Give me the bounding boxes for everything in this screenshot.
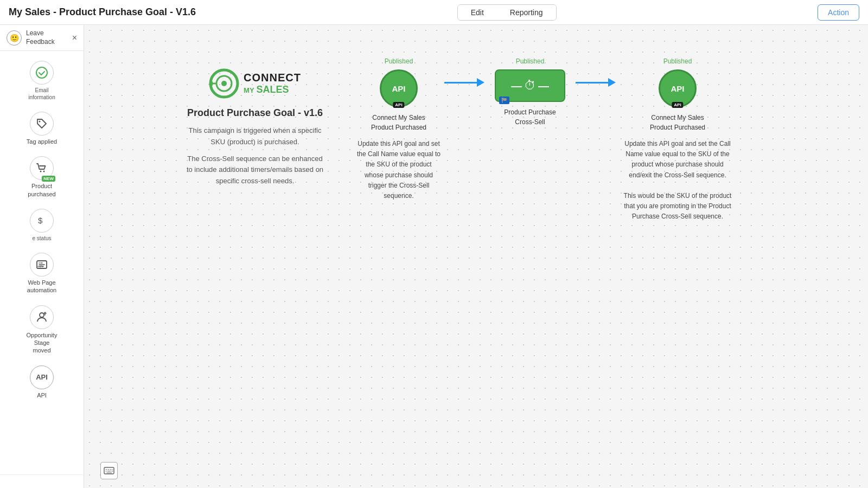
svg-point-0 xyxy=(36,67,47,78)
node1-status: Published xyxy=(385,57,413,65)
tag-icon xyxy=(30,112,54,136)
email-check-icon xyxy=(30,61,54,85)
template-title: Product Purchase Goal - v1.6 xyxy=(184,107,326,119)
cart-icon: NEW xyxy=(30,156,54,180)
opportunity-stage-label: OpportunityStagemoved xyxy=(27,331,58,355)
svg-text:</>: </> xyxy=(37,264,44,269)
node1-circle[interactable]: API API xyxy=(380,69,418,107)
sidebar-item-web-page[interactable]: </> Web Pageautomation xyxy=(0,247,84,300)
node3-api-text: API xyxy=(671,84,684,93)
logo-sales-text: SALES xyxy=(257,84,289,95)
node2-dash1: — xyxy=(511,80,522,92)
email-info-left-label: Emailinformation xyxy=(28,87,55,101)
flow-diagram: Published API API Connect My SalesProduc… xyxy=(355,57,737,222)
template-desc2: The Cross-Sell sequence can be enhanced … xyxy=(184,153,326,187)
reporting-button[interactable]: Reporting xyxy=(497,5,556,20)
tag-applied-label: Tag applied xyxy=(27,138,57,145)
node3-status: Published xyxy=(663,57,692,65)
node3-circle[interactable]: API API xyxy=(659,69,697,107)
svg-point-3 xyxy=(43,171,45,172)
person-up-icon xyxy=(30,305,54,329)
node2-dash2: — xyxy=(538,80,549,92)
arrow-2 xyxy=(576,78,616,87)
template-desc1: This campaign is triggered when a specif… xyxy=(184,125,326,148)
node3-api-badge: API xyxy=(672,102,683,108)
node2-label: Product PurchaseCross-Sell xyxy=(504,107,556,127)
arrow-head-2 xyxy=(608,78,616,87)
api-icon: API xyxy=(30,365,54,389)
sidebar-item-page-status[interactable]: $ e status xyxy=(0,203,84,247)
flow-node-2: Published — ⏱ — 🏁 Product PurchaseCross-… xyxy=(487,57,573,127)
sidebar-item-api[interactable]: API API xyxy=(0,360,84,404)
api-label: API xyxy=(37,391,47,399)
arrow-line-1 xyxy=(444,82,477,84)
svg-point-7 xyxy=(40,313,44,317)
sidebar-item-tag-applied[interactable]: Tag applied xyxy=(0,106,84,151)
new-badge: NEW xyxy=(42,176,55,182)
logo-connect-text: CONNECT xyxy=(244,72,301,84)
main-canvas: CONNECT MY SALES Product Purchase Goal -… xyxy=(84,25,868,488)
node1-label: Connect My SalesProduct Purchased xyxy=(371,113,426,132)
node1-desc: Update this API goal and set the Call Na… xyxy=(357,139,441,201)
flow-node-1: Published API API Connect My SalesProduc… xyxy=(355,57,442,201)
sidebar-item-product-purchased[interactable]: NEW Productpurchased xyxy=(0,151,84,203)
node3-label: Connect My SalesProduct Purchased xyxy=(650,113,705,132)
arrow-line-2 xyxy=(576,82,608,84)
flow-node-3: Published API API Connect My SalesProduc… xyxy=(618,57,737,222)
node2-flag-badge: 🏁 xyxy=(499,97,509,104)
logo: CONNECT MY SALES xyxy=(184,68,326,99)
svg-point-1 xyxy=(39,121,41,123)
product-purchased-label: Productpurchased xyxy=(28,182,55,198)
node1-api-text: API xyxy=(392,84,405,93)
action-button[interactable]: Action xyxy=(818,4,859,21)
arrow-head-1 xyxy=(477,78,484,87)
node2-rect[interactable]: — ⏱ — 🏁 xyxy=(495,69,565,102)
feedback-smiley-icon: 🙂 xyxy=(7,30,22,46)
node3-desc: Update this API goal and set the Call Na… xyxy=(623,139,732,222)
web-page-label: Web Pageautomation xyxy=(27,279,56,294)
logo-my-text: MY xyxy=(244,86,254,94)
edit-reporting-toggle: Edit Reporting xyxy=(457,4,557,21)
keyboard-icon[interactable] xyxy=(100,462,118,479)
node2-status: Published xyxy=(516,57,545,65)
svg-point-11 xyxy=(221,81,227,86)
sidebar: 🙂 Leave Feedback × Emailinformation Tag … xyxy=(0,25,84,488)
page-title: My Sales - Product Purchase Goal - V1.6 xyxy=(9,7,196,18)
sidebar-item-opportunity-stage[interactable]: OpportunityStagemoved xyxy=(0,300,84,360)
arrow-1 xyxy=(444,78,484,87)
node2-clock-icon: ⏱ xyxy=(524,79,536,93)
dollar-icon: $ xyxy=(30,209,54,233)
feedback-label: Leave Feedback xyxy=(26,29,55,46)
sidebar-items: Emailinformation Tag applied NEW Product… xyxy=(0,51,84,474)
edit-button[interactable]: Edit xyxy=(458,5,497,20)
header: My Sales - Product Purchase Goal - V1.6 … xyxy=(0,0,868,25)
template-card: CONNECT MY SALES Product Purchase Goal -… xyxy=(184,68,326,187)
web-page-icon: </> xyxy=(30,253,54,277)
feedback-banner: 🙂 Leave Feedback × xyxy=(0,25,84,51)
svg-text:$: $ xyxy=(38,216,43,225)
feedback-close-button[interactable]: × xyxy=(72,33,77,43)
node1-api-badge: API xyxy=(393,102,404,108)
page-status-left-label: e status xyxy=(32,235,51,242)
sidebar-item-email-info[interactable]: Emailinformation xyxy=(0,55,84,106)
svg-point-2 xyxy=(40,171,42,172)
